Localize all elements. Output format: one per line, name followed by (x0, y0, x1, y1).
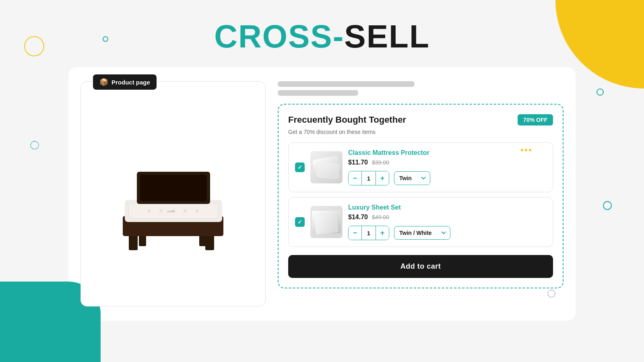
skeleton-bar-1 (278, 81, 415, 87)
skeleton-loader (278, 81, 564, 96)
widget-subtitle: Get a 70% discount on these items (288, 129, 553, 135)
variant-select-1[interactable]: Twin Full Queen King (394, 171, 430, 185)
qty-value-1: 1 (361, 171, 376, 185)
deco-circle-1 (24, 36, 44, 56)
svg-point-7 (147, 209, 151, 212)
deco-circle-6 (547, 290, 555, 298)
deco-circle-2 (103, 36, 108, 42)
item-controls-1: − 1 + Twin Full Queen King (348, 171, 546, 185)
title-sell: SELL (344, 19, 429, 54)
item-details-1: Classic Mattress Protector $11.70 $39.00… (348, 149, 546, 185)
svg-rect-13 (140, 175, 206, 201)
cross-sell-widget: Frecuently Bought Together 70% OFF Get a… (278, 104, 564, 288)
item-pricing-2: $14.70 $49.00 (348, 214, 546, 221)
qty-increase-2[interactable]: + (376, 226, 389, 240)
page-header: CROSS-SELL (0, 0, 644, 67)
qty-increase-1[interactable]: + (376, 171, 389, 185)
item-controls-2: − 1 + Twin / White Twin / Gray Full / Wh… (348, 226, 546, 240)
item-checkbox-1[interactable] (295, 162, 305, 172)
product-image-mattress-protector (310, 151, 343, 183)
box-icon: 📦 (99, 78, 108, 86)
left-panel-product-page: 📦 Product page rosen (80, 81, 266, 306)
item-original-price-2: $49.00 (372, 214, 389, 220)
deco-dots (521, 149, 531, 151)
quantity-control-2: − 1 + (348, 226, 389, 240)
main-container: 📦 Product page rosen (68, 67, 576, 321)
variant-select-2[interactable]: Twin / White Twin / Gray Full / White Qu… (394, 226, 450, 240)
product-page-badge: 📦 Product page (93, 74, 157, 90)
sheet-set-thumbnail (310, 206, 343, 238)
skeleton-bar-2 (278, 90, 358, 96)
qty-decrease-2[interactable]: − (349, 226, 361, 240)
svg-point-11 (196, 209, 199, 212)
deco-circle-3 (30, 141, 39, 150)
deco-circle-4 (597, 88, 604, 96)
product-item-mattress-protector: Classic Mattress Protector $11.70 $39.00… (288, 142, 553, 192)
deco-circle-5 (603, 201, 612, 210)
svg-point-10 (184, 209, 187, 212)
title-cross: CROSS- (214, 19, 344, 54)
widget-header: Frecuently Bought Together 70% OFF (288, 114, 553, 125)
qty-value-2: 1 (361, 226, 376, 240)
right-panel: Frecuently Bought Together 70% OFF Get a… (278, 81, 564, 288)
add-to-cart-button[interactable]: Add to cart (288, 255, 553, 278)
item-details-2: Luxury Sheet Set $14.70 $49.00 − 1 + Twi… (348, 204, 546, 240)
item-name-2: Luxury Sheet Set (348, 204, 546, 211)
item-original-price-1: $39.00 (372, 159, 389, 166)
bed-illustration: rosen (97, 136, 250, 252)
item-price-1: $11.70 (348, 159, 368, 166)
product-image-sheet-set (310, 206, 343, 238)
qty-decrease-1[interactable]: − (349, 171, 361, 185)
item-price-2: $14.70 (348, 214, 368, 221)
product-item-sheet-set: Luxury Sheet Set $14.70 $49.00 − 1 + Twi… (288, 197, 553, 247)
discount-badge: 70% OFF (518, 114, 553, 125)
widget-title: Frecuently Bought Together (288, 115, 406, 125)
item-name-1: Classic Mattress Protector (348, 149, 546, 156)
mattress-protector-thumbnail (310, 151, 343, 183)
item-checkbox-2[interactable] (295, 217, 305, 227)
svg-text:rosen: rosen (167, 209, 175, 213)
item-pricing-1: $11.70 $39.00 (348, 159, 546, 166)
svg-point-8 (159, 209, 163, 212)
product-page-label: Product page (111, 79, 150, 86)
page-title: CROSS-SELL (0, 18, 644, 55)
quantity-control-1: − 1 + (348, 171, 389, 185)
